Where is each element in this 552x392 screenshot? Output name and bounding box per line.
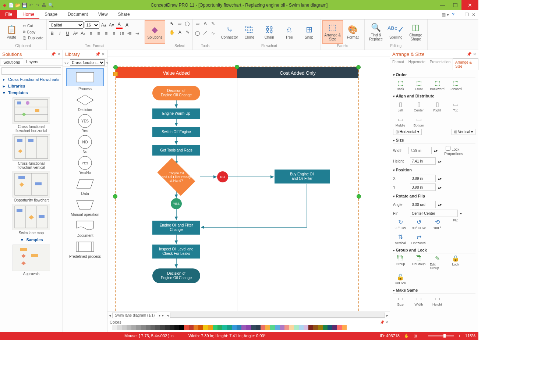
shape-process[interactable]: Process (67, 68, 103, 91)
colors-pin-icon[interactable]: 📌 ✕ (380, 320, 390, 324)
node-warmup[interactable]: Engine Warm-Up (152, 108, 200, 119)
bullets-icon[interactable]: •≡ (126, 30, 133, 37)
page-tab[interactable]: Swim lane diagram (1/1) (112, 313, 157, 318)
bold-icon[interactable]: B (49, 30, 56, 37)
lane-cost-added[interactable]: Cost Added Only (237, 67, 358, 78)
page-next-icon[interactable]: ▸ (162, 313, 164, 317)
align-center-icon[interactable]: ≡ (95, 30, 102, 37)
align-header[interactable]: Align and Distribute (393, 94, 475, 99)
snap-button[interactable]: ⊞Snap (299, 21, 319, 43)
node-yes[interactable]: YES (171, 198, 182, 209)
dist-vertical[interactable]: ⊞ Vertical ▾ (452, 129, 475, 135)
align-left-icon[interactable]: ≡ (88, 30, 94, 37)
node-decision-end[interactable]: Decision of Engine Oil Change (152, 268, 200, 283)
lane-value-added[interactable]: Value Added (116, 67, 237, 78)
rect-select-icon[interactable]: ▭ (176, 20, 183, 27)
eyedropper-icon[interactable]: ✎ (184, 29, 191, 36)
width-input[interactable]: 7.39 in (408, 147, 432, 154)
copy-button[interactable]: ⧉ Copy (21, 29, 45, 35)
mdi-restore-icon[interactable]: ❐ (465, 12, 469, 17)
tab-document[interactable]: Document (63, 10, 93, 19)
tree-libraries[interactable]: Libraries (0, 83, 63, 89)
shape-yesno[interactable]: YESYes/No (67, 156, 103, 175)
maximize-button[interactable]: ❐ (449, 0, 461, 10)
line-tool-icon[interactable]: ／ (202, 29, 209, 37)
find-replace-button[interactable]: 🔍Find & Replace (366, 21, 386, 43)
hscroll[interactable] (170, 313, 385, 318)
arrange-size-button[interactable]: ⬚Arrange & Size (322, 20, 343, 44)
mdi-min-icon[interactable]: — (457, 12, 462, 17)
tab-home[interactable]: Home (17, 10, 39, 19)
curve-tool-icon[interactable]: ∿ (210, 30, 216, 36)
size-header[interactable]: Size (393, 138, 475, 143)
rotate-ccw-button[interactable]: ↺90° CCW (411, 218, 426, 230)
pin-select[interactable]: Center-Center (410, 210, 458, 217)
position-header[interactable]: Position (393, 168, 475, 173)
page-prev-icon[interactable]: ◂ (109, 313, 111, 317)
same-height-button[interactable]: ▭Height (430, 295, 445, 306)
x-input[interactable]: 3.89 in (410, 175, 436, 182)
lasso-icon[interactable]: ◯ (184, 20, 191, 27)
flip-horizontal-button[interactable]: ⇄Horizontal (411, 234, 426, 245)
tab-view[interactable]: View (93, 10, 113, 19)
hand-tool-icon[interactable]: ✋ (404, 334, 409, 338)
minimize-button[interactable]: — (436, 0, 449, 10)
format-button[interactable]: 🎨Format (343, 21, 363, 43)
rotate-cw-button[interactable]: ↻90° CW (393, 218, 408, 230)
shape-decision[interactable]: Decision (67, 93, 103, 112)
cut-button[interactable]: ✂ Cut (21, 23, 45, 29)
node-buy[interactable]: Buy Engine Oil and Oil Filter (275, 170, 330, 183)
lib-next-icon[interactable]: › (67, 60, 69, 65)
indent-icon[interactable]: ⇥ (134, 30, 141, 37)
color-swatches[interactable] (107, 325, 390, 332)
align-right-button[interactable]: ▯Right (430, 101, 445, 112)
height-spinner[interactable]: ▴▾ (438, 159, 442, 163)
front-button[interactable]: ⬚Front (411, 79, 426, 91)
snap-toggle-icon[interactable]: ⊞ (414, 334, 417, 338)
tab-shape[interactable]: Shape (39, 10, 63, 19)
same-size-button[interactable]: ▭Size (393, 295, 408, 306)
clear-format-icon[interactable]: A̸ (124, 22, 130, 28)
tree-templates[interactable]: Templates (0, 89, 63, 96)
pen-tool-icon[interactable]: ✎ (210, 20, 216, 27)
rp-tab-presentation[interactable]: Presentation (428, 58, 453, 70)
node-decision-start[interactable]: Decision of Engine Oil Change (152, 86, 200, 100)
pointer-icon[interactable]: ⬉ (169, 20, 175, 27)
angle-spinner[interactable]: ▴▾ (438, 203, 442, 207)
font-color-icon[interactable]: A (116, 21, 123, 29)
justify-icon[interactable]: ≡ (111, 30, 117, 37)
node-no[interactable]: NO (217, 171, 228, 182)
width-spinner[interactable]: ▴▾ (434, 149, 438, 153)
qat-preview-icon[interactable]: 🔍 (48, 2, 54, 8)
canvas[interactable]: Value Added Cost Added Only (107, 57, 390, 311)
align-right-icon[interactable]: ≡ (103, 30, 110, 37)
shape-predefined[interactable]: Predefined process (67, 240, 103, 259)
template-opportunity[interactable]: Opportunity flowchart (13, 171, 50, 202)
swimlane-container[interactable]: Value Added Cost Added Only (115, 67, 359, 311)
back-button[interactable]: ⬚Back (393, 79, 408, 91)
help-icon[interactable]: ? (452, 12, 454, 17)
hscroll-right-icon[interactable]: ▸ (386, 313, 388, 317)
hscroll-left-icon[interactable]: ◂ (167, 313, 169, 317)
rect-tool-icon[interactable]: ▭ (194, 20, 201, 27)
y-spinner[interactable]: ▴▾ (438, 185, 442, 189)
text-tool-icon[interactable]: A (202, 20, 209, 27)
underline-icon[interactable]: U (64, 30, 71, 37)
qat-icon[interactable]: ◆ (1, 2, 7, 8)
angle-input[interactable]: 0.00 rad (410, 201, 436, 208)
window-panel-icon[interactable]: ▦ ▾ (442, 12, 449, 17)
qat-save-icon[interactable]: 💾 (21, 2, 27, 8)
shape-manual[interactable]: Manual operation (67, 198, 103, 217)
qat-undo-icon[interactable]: ↶ (28, 2, 34, 8)
rp-tab-format[interactable]: Format (390, 58, 406, 70)
order-header[interactable]: Order (393, 72, 475, 78)
y-input[interactable]: 3.90 in (410, 183, 436, 191)
editgroup-button[interactable]: ✎Edit Group (430, 255, 445, 270)
rp-tab-hypernote[interactable]: Hypernote (406, 58, 428, 70)
italic-icon[interactable]: I (57, 30, 63, 37)
height-input[interactable]: 7.41 in (410, 157, 436, 165)
grow-font-icon[interactable]: A▴ (100, 22, 107, 28)
forward-button[interactable]: ⬚Forward (448, 79, 463, 91)
close-button[interactable]: ✕ (461, 0, 478, 10)
ungroup-button[interactable]: ⿻UnGroup (411, 255, 426, 270)
